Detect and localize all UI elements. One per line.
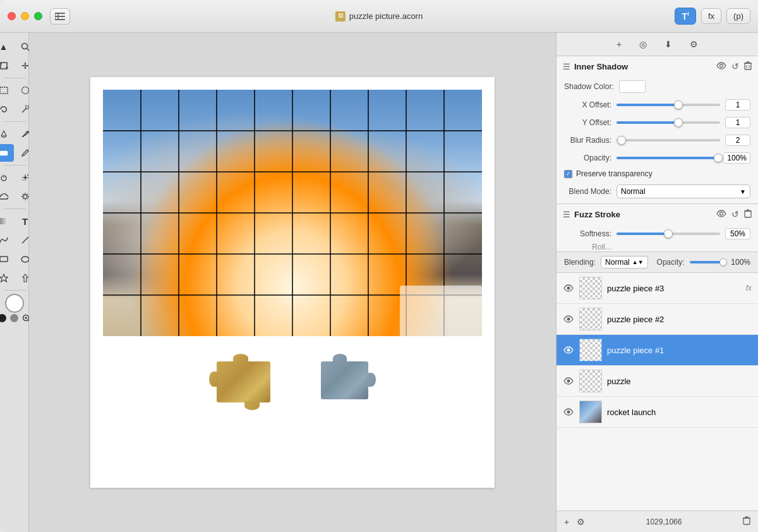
titlebar-right: T! fx (p) bbox=[675, 8, 750, 25]
blend-mode-select[interactable]: Normal ▼ bbox=[617, 184, 750, 198]
rect-shape-tool[interactable] bbox=[0, 250, 14, 268]
shadow-color-swatch[interactable] bbox=[619, 80, 646, 93]
delete-layer-button[interactable] bbox=[742, 515, 752, 528]
sun-icon bbox=[21, 192, 30, 201]
opacity-value[interactable]: 100% bbox=[723, 152, 750, 164]
star-tool[interactable] bbox=[0, 269, 14, 287]
filter-button[interactable]: T! bbox=[675, 8, 696, 25]
svg-rect-9 bbox=[0, 87, 8, 94]
fuzz-trash-icon bbox=[744, 209, 752, 218]
download-effect-button[interactable]: ⬇ bbox=[661, 38, 676, 51]
blend-mode-value: Normal bbox=[621, 187, 646, 196]
cloud-tool[interactable] bbox=[0, 188, 14, 205]
softness-slider[interactable] bbox=[617, 233, 720, 235]
sidebar-toggle-button[interactable] bbox=[50, 8, 70, 25]
layer-item-active[interactable]: puzzle piece #1 bbox=[556, 335, 758, 366]
blur-radius-label: Blur Radius: bbox=[564, 136, 611, 145]
layer-eye-icon[interactable] bbox=[563, 313, 574, 325]
preserve-transparency-checkbox[interactable]: ✓ bbox=[564, 170, 572, 178]
fuzz-stroke-visibility-icon[interactable] bbox=[716, 209, 726, 220]
foreground-color[interactable] bbox=[0, 314, 6, 322]
layer-item[interactable]: puzzle piece #3 fx bbox=[556, 273, 758, 304]
fx-button[interactable]: fx bbox=[701, 8, 721, 24]
smudge-tool[interactable] bbox=[0, 169, 14, 186]
inner-shadow-header: ☰ Inner Shadow ↺ bbox=[556, 56, 758, 77]
p-button[interactable]: (p) bbox=[726, 8, 750, 24]
arrow-up-icon bbox=[22, 274, 28, 282]
fuzz-stroke-delete-icon[interactable] bbox=[744, 209, 752, 220]
layer-eye-icon[interactable] bbox=[563, 282, 574, 294]
star-icon bbox=[0, 274, 8, 282]
layer-item[interactable]: puzzle bbox=[556, 366, 758, 397]
collapse-fuzz-stroke-icon[interactable]: ☰ bbox=[563, 210, 570, 219]
opacity-bar-slider[interactable] bbox=[690, 261, 723, 263]
svg-point-23 bbox=[27, 174, 28, 176]
opacity-slider[interactable] bbox=[617, 157, 718, 159]
minimize-button[interactable] bbox=[21, 12, 29, 20]
inner-shadow-visibility-icon[interactable] bbox=[716, 61, 726, 72]
lasso-tool[interactable] bbox=[0, 100, 14, 118]
y-offset-slider[interactable] bbox=[617, 121, 720, 124]
y-offset-row: Y Offset: 1 bbox=[556, 114, 758, 131]
blending-select[interactable]: Normal ▲▼ bbox=[601, 256, 648, 269]
eraser-icon bbox=[0, 148, 8, 157]
svg-rect-67 bbox=[745, 211, 751, 217]
maximize-button[interactable] bbox=[34, 12, 42, 20]
p-label: (p) bbox=[733, 11, 743, 21]
layer-thumbnail bbox=[579, 370, 602, 392]
y-offset-label: Y Offset: bbox=[564, 118, 611, 127]
inner-shadow-reset-icon[interactable]: ↺ bbox=[731, 61, 739, 72]
sidebar-icon bbox=[55, 13, 65, 20]
inner-shadow-delete-icon[interactable] bbox=[744, 61, 752, 72]
color-circle[interactable] bbox=[5, 294, 24, 313]
add-layer-button[interactable]: + bbox=[563, 516, 570, 528]
puzzle-piece-2[interactable] bbox=[321, 361, 368, 399]
eye-effect-button[interactable]: ◎ bbox=[635, 38, 651, 51]
svg-line-31 bbox=[27, 198, 28, 200]
crop-tool[interactable] bbox=[0, 57, 14, 75]
app-body: ▲ ✛ bbox=[0, 33, 758, 532]
trash-icon bbox=[744, 61, 752, 70]
arrow-tool[interactable]: ▲ bbox=[0, 38, 14, 56]
fuzz-stroke-reset-icon[interactable]: ↺ bbox=[731, 209, 739, 220]
rect-select-tool[interactable] bbox=[0, 82, 14, 99]
layer-eye-icon[interactable] bbox=[563, 406, 574, 418]
background-color[interactable] bbox=[10, 314, 18, 322]
layer-item[interactable]: puzzle piece #2 bbox=[556, 304, 758, 335]
eraser-tool[interactable] bbox=[0, 144, 14, 162]
blend-mode-chevron-icon: ▼ bbox=[740, 188, 746, 195]
paint-bucket-tool[interactable] bbox=[0, 125, 14, 143]
preserve-transparency-row: ✓ Preserve transparency bbox=[556, 167, 758, 182]
x-offset-slider[interactable] bbox=[617, 104, 720, 106]
traffic-lights bbox=[8, 12, 42, 20]
gradient-tool[interactable] bbox=[0, 212, 14, 230]
layer-thumbnail bbox=[579, 339, 602, 361]
softness-value[interactable]: 50% bbox=[725, 228, 750, 239]
y-offset-value[interactable]: 1 bbox=[725, 117, 750, 128]
blur-radius-slider[interactable] bbox=[617, 139, 720, 142]
titlebar: 🖼 puzzle picture.acorn T! fx (p) bbox=[0, 0, 758, 33]
main-canvas-image[interactable] bbox=[103, 90, 482, 336]
puzzle-piece-1[interactable] bbox=[217, 361, 270, 402]
gear-layer-button[interactable]: ⚙ bbox=[575, 516, 586, 528]
layer-eye-icon[interactable] bbox=[563, 344, 574, 356]
close-button[interactable] bbox=[8, 12, 16, 20]
add-effect-button[interactable]: + bbox=[613, 38, 625, 51]
preserve-transparency-label: Preserve transparency bbox=[576, 169, 653, 178]
svg-line-20 bbox=[22, 155, 23, 156]
eye-icon bbox=[716, 62, 726, 70]
layer-fx-badge: fx bbox=[746, 284, 752, 293]
layer-eye-icon[interactable] bbox=[563, 375, 574, 387]
x-offset-value[interactable]: 1 bbox=[725, 99, 750, 111]
blur-radius-value[interactable]: 2 bbox=[725, 135, 750, 146]
softness-label: Softness: bbox=[564, 229, 611, 238]
gear-effect-button[interactable]: ⚙ bbox=[686, 38, 702, 51]
bezier-tool[interactable] bbox=[0, 231, 14, 249]
collapse-inner-shadow-icon[interactable]: ☰ bbox=[563, 62, 570, 71]
canvas-background bbox=[90, 77, 495, 488]
opacity-bar-label: Opacity: bbox=[657, 258, 685, 267]
layer-item[interactable]: rocket launch bbox=[556, 397, 758, 428]
paint-bucket-icon bbox=[0, 130, 8, 138]
canvas-area[interactable] bbox=[29, 33, 556, 532]
inner-shadow-title: Inner Shadow bbox=[574, 62, 713, 71]
